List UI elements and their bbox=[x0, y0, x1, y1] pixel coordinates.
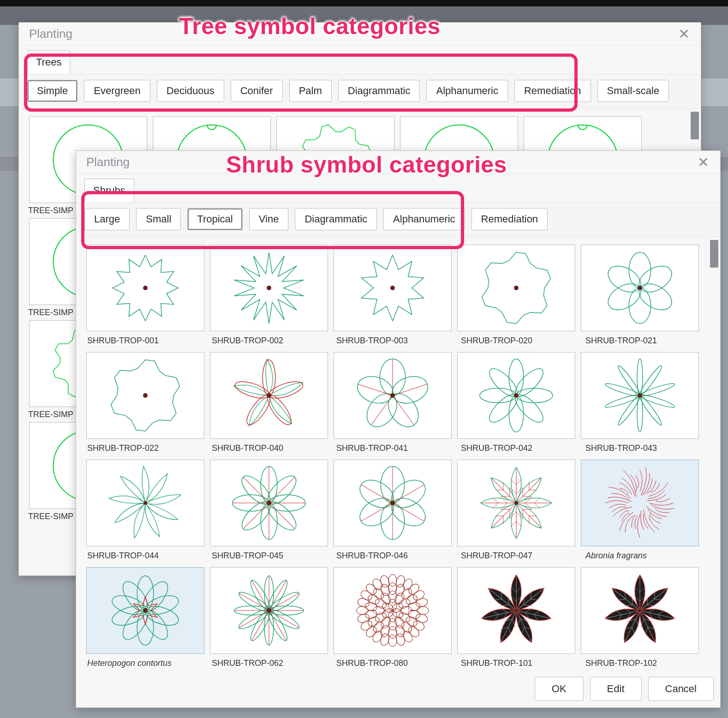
close-icon[interactable]: ✕ bbox=[695, 153, 712, 171]
tab-shrubs[interactable]: Shrubs bbox=[84, 179, 134, 202]
shrub-thumb[interactable] bbox=[334, 245, 452, 331]
svg-line-75 bbox=[243, 503, 269, 529]
shrub-thumb[interactable] bbox=[581, 567, 699, 654]
ok-button[interactable]: OK bbox=[535, 677, 584, 701]
cancel-button[interactable]: Cancel bbox=[648, 677, 714, 701]
scrollbar-thumb[interactable] bbox=[710, 240, 718, 268]
svg-line-118 bbox=[511, 521, 516, 527]
dialog-title: Planting bbox=[29, 27, 72, 41]
category-btn-alphanumeric[interactable]: Alphanumeric bbox=[426, 80, 508, 102]
shrub-thumb[interactable] bbox=[334, 352, 452, 439]
shrub-thumb[interactable] bbox=[457, 352, 575, 439]
shrub-thumb-label: SHRUB-TROP-045 bbox=[212, 551, 330, 561]
category-btn-remediation[interactable]: Remediation bbox=[471, 208, 548, 230]
category-row-shrubs: LargeSmallTropicalVineDiagrammaticAlphan… bbox=[76, 202, 720, 237]
svg-point-265 bbox=[366, 593, 381, 606]
svg-point-20 bbox=[629, 288, 650, 323]
svg-point-280 bbox=[388, 634, 397, 646]
category-btn-large[interactable]: Large bbox=[84, 208, 130, 230]
scrollbar-thumb[interactable] bbox=[691, 112, 699, 139]
shrub-thumb[interactable] bbox=[334, 460, 452, 546]
svg-point-13 bbox=[143, 286, 148, 290]
category-btn-remediation[interactable]: Remediation bbox=[514, 80, 591, 102]
svg-line-67 bbox=[269, 477, 295, 503]
svg-point-253 bbox=[405, 593, 419, 606]
svg-line-126 bbox=[501, 497, 507, 503]
svg-point-63 bbox=[143, 501, 147, 505]
svg-point-276 bbox=[412, 619, 426, 632]
svg-point-24 bbox=[143, 393, 148, 398]
svg-point-268 bbox=[388, 574, 397, 586]
shrub-thumb[interactable] bbox=[581, 460, 699, 546]
shrub-thumb-label: SHRUB-TROP-062 bbox=[212, 658, 330, 668]
shrub-thumb-label: SHRUB-TROP-002 bbox=[212, 336, 330, 346]
svg-line-106 bbox=[525, 503, 532, 509]
edit-button[interactable]: Edit bbox=[590, 677, 642, 701]
svg-line-97 bbox=[511, 479, 516, 485]
category-btn-small-scale[interactable]: Small-scale bbox=[597, 80, 669, 102]
svg-line-117 bbox=[516, 521, 522, 527]
svg-line-96 bbox=[516, 487, 523, 494]
shrub-thumb[interactable] bbox=[210, 245, 328, 331]
category-btn-conifer[interactable]: Conifer bbox=[231, 80, 283, 102]
shrub-thumb[interactable] bbox=[334, 567, 452, 654]
shrub-thumb-label: SHRUB-TROP-003 bbox=[336, 336, 454, 346]
shrub-thumb[interactable] bbox=[457, 460, 575, 546]
svg-line-115 bbox=[516, 512, 523, 519]
svg-point-288 bbox=[359, 589, 374, 602]
svg-point-26 bbox=[263, 360, 275, 395]
svg-line-133 bbox=[500, 482, 507, 490]
category-btn-vine[interactable]: Vine bbox=[249, 208, 289, 230]
category-btn-deciduous[interactable]: Deciduous bbox=[157, 80, 224, 102]
shrub-thumb-label: SHRUB-TROP-040 bbox=[212, 443, 330, 453]
shrub-thumb[interactable] bbox=[86, 460, 204, 546]
shrub-thumb[interactable] bbox=[581, 245, 699, 331]
shrub-thumb[interactable] bbox=[581, 352, 699, 439]
svg-point-45 bbox=[516, 388, 553, 403]
category-btn-diagrammatic[interactable]: Diagrammatic bbox=[338, 80, 420, 102]
shrub-thumb[interactable] bbox=[457, 245, 575, 331]
shrub-thumb[interactable] bbox=[457, 567, 575, 654]
svg-point-14 bbox=[267, 286, 271, 290]
svg-line-125 bbox=[501, 503, 507, 509]
dialog-footer: OK Edit Cancel bbox=[535, 677, 714, 701]
svg-line-129 bbox=[492, 479, 516, 503]
category-btn-simple[interactable]: Simple bbox=[27, 80, 78, 102]
shrub-thumb[interactable] bbox=[86, 245, 204, 331]
svg-point-278 bbox=[401, 629, 414, 644]
shrub-thumb[interactable] bbox=[86, 352, 204, 439]
tab-row: Trees bbox=[19, 46, 701, 74]
svg-line-122 bbox=[500, 516, 507, 524]
category-btn-palm[interactable]: Palm bbox=[289, 80, 332, 102]
svg-point-241 bbox=[400, 606, 412, 615]
category-btn-diagrammatic[interactable]: Diagrammatic bbox=[295, 208, 377, 230]
category-btn-alphanumeric[interactable]: Alphanumeric bbox=[383, 208, 465, 230]
tab-trees[interactable]: Trees bbox=[27, 50, 70, 74]
dialog-header: Planting ✕ bbox=[76, 151, 720, 174]
svg-point-54 bbox=[639, 382, 675, 398]
svg-line-95 bbox=[510, 487, 516, 494]
tab-row: Shrubs bbox=[76, 174, 720, 202]
svg-line-105 bbox=[525, 497, 532, 503]
thumbnail-grid-shrubs: SHRUB-TROP-001SHRUB-TROP-002SHRUB-TROP-0… bbox=[76, 237, 720, 686]
category-row-trees: SimpleEvergreenDeciduousConiferPalmDiagr… bbox=[19, 74, 701, 109]
shrub-thumb-label: SHRUB-TROP-101 bbox=[461, 658, 579, 668]
shrub-thumb[interactable] bbox=[210, 567, 328, 654]
dialog-header: Planting ✕ bbox=[19, 23, 701, 46]
shrub-thumb[interactable] bbox=[210, 460, 328, 546]
svg-line-109 bbox=[516, 503, 541, 527]
svg-point-247 bbox=[373, 606, 385, 615]
svg-line-99 bbox=[516, 479, 541, 503]
category-btn-small[interactable]: Small bbox=[136, 208, 181, 230]
category-btn-evergreen[interactable]: Evergreen bbox=[84, 80, 150, 102]
dialog-title: Planting bbox=[86, 155, 130, 169]
category-btn-tropical[interactable]: Tropical bbox=[187, 208, 242, 230]
svg-point-17 bbox=[629, 252, 650, 288]
shrub-thumb[interactable] bbox=[210, 352, 328, 439]
svg-point-80 bbox=[267, 501, 271, 505]
close-icon[interactable]: ✕ bbox=[675, 25, 692, 43]
shrub-thumb[interactable] bbox=[86, 567, 204, 654]
svg-line-132 bbox=[495, 486, 503, 494]
svg-point-51 bbox=[514, 393, 519, 398]
shrub-thumb-label: SHRUB-TROP-021 bbox=[585, 336, 704, 346]
